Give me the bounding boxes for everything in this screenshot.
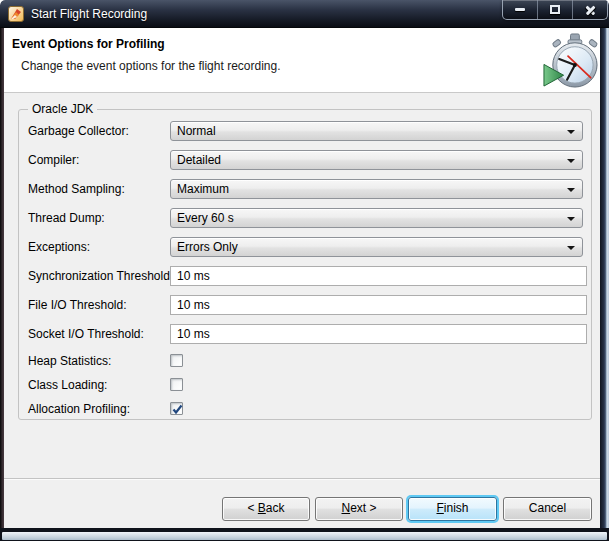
- dropdown-value: Every 60 s: [177, 209, 234, 227]
- socket-io-threshold-input[interactable]: [170, 324, 587, 344]
- flight-recording-app-icon: [8, 6, 24, 22]
- field-label: Exceptions:: [28, 237, 90, 257]
- heap-statistics-checkbox[interactable]: [170, 354, 183, 367]
- dropdown-value: Errors Only: [177, 238, 238, 256]
- field-label: Garbage Collector:: [28, 121, 129, 141]
- field-label: File I/O Threshold:: [28, 295, 126, 315]
- close-button[interactable]: [572, 0, 607, 19]
- page-description: Change the event options for the flight …: [21, 59, 281, 73]
- cancel-button[interactable]: Cancel: [503, 497, 592, 521]
- form-row: Method Sampling: Maximum: [0, 179, 609, 199]
- titlebar[interactable]: Start Flight Recording: [0, 0, 609, 28]
- start-flight-recording-dialog: Start Flight Recording Event Options for…: [0, 0, 609, 541]
- next-button[interactable]: Next >: [315, 497, 403, 521]
- allocation-profiling-checkbox[interactable]: [170, 402, 183, 415]
- form-row: Socket I/O Threshold:: [0, 324, 609, 344]
- stopwatch-play-icon: [542, 32, 599, 89]
- chevron-down-icon: [567, 246, 575, 250]
- maximize-icon: [550, 5, 560, 14]
- finish-button[interactable]: Finish: [408, 497, 497, 521]
- form-row: Synchronization Threshold:: [0, 266, 609, 286]
- maximize-button[interactable]: [537, 0, 572, 19]
- dropdown-value: Normal: [177, 122, 216, 140]
- minimize-button[interactable]: [503, 0, 537, 19]
- synchronization-threshold-input[interactable]: [170, 266, 587, 286]
- form-row: Class Loading:: [0, 377, 609, 393]
- window-frame-glass-strip: [2, 532, 607, 540]
- group-title: Oracle JDK: [28, 102, 97, 116]
- form-row: Allocation Profiling:: [0, 401, 609, 417]
- class-loading-checkbox[interactable]: [170, 378, 183, 391]
- form-row: Compiler: Detailed: [0, 150, 609, 170]
- field-label: Allocation Profiling:: [28, 401, 130, 417]
- dropdown-value: Maximum: [177, 180, 229, 198]
- form-row: Thread Dump: Every 60 s: [0, 208, 609, 228]
- field-label: Compiler:: [28, 150, 79, 170]
- footer-separator: [4, 478, 600, 480]
- chevron-down-icon: [567, 188, 575, 192]
- form-row: Exceptions: Errors Only: [0, 237, 609, 257]
- form-row: Garbage Collector: Normal: [0, 121, 609, 141]
- chevron-down-icon: [567, 130, 575, 134]
- minimize-icon: [515, 8, 525, 11]
- close-icon: [585, 4, 596, 15]
- method-sampling-dropdown[interactable]: Maximum: [170, 179, 583, 199]
- garbage-collector-dropdown[interactable]: Normal: [170, 121, 583, 141]
- header-separator: [4, 92, 600, 93]
- exceptions-dropdown[interactable]: Errors Only: [170, 237, 583, 257]
- dropdown-value: Detailed: [177, 151, 221, 169]
- wizard-header: Event Options for Profiling Change the e…: [4, 28, 600, 92]
- form-row: Heap Statistics:: [0, 353, 609, 369]
- window-frame-bottom: [0, 528, 609, 541]
- compiler-dropdown[interactable]: Detailed: [170, 150, 583, 170]
- page-title: Event Options for Profiling: [12, 37, 165, 51]
- window-controls: [502, 0, 608, 20]
- thread-dump-dropdown[interactable]: Every 60 s: [170, 208, 583, 228]
- check-icon: [171, 403, 184, 416]
- field-label: Class Loading:: [28, 377, 107, 393]
- form-row: File I/O Threshold:: [0, 295, 609, 315]
- field-label: Heap Statistics:: [28, 353, 111, 369]
- field-label: Socket I/O Threshold:: [28, 324, 144, 344]
- window-title: Start Flight Recording: [31, 0, 147, 28]
- chevron-down-icon: [567, 217, 575, 221]
- field-label: Thread Dump:: [28, 208, 105, 228]
- field-label: Method Sampling:: [28, 179, 125, 199]
- file-io-threshold-input[interactable]: [170, 295, 587, 315]
- chevron-down-icon: [567, 159, 575, 163]
- back-button[interactable]: < Back: [222, 497, 310, 521]
- field-label: Synchronization Threshold:: [28, 266, 173, 286]
